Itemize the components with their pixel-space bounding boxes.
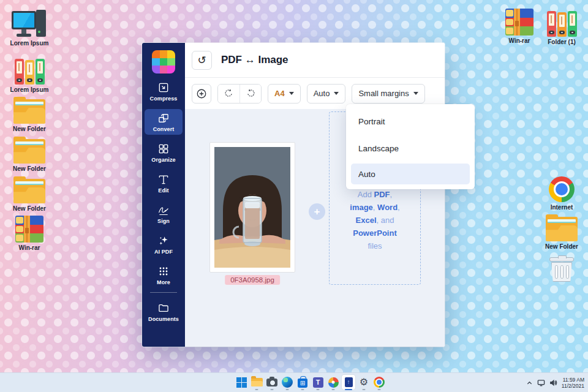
tray-chevron-up-icon[interactable] <box>526 380 533 386</box>
desktop-icon-binders[interactable]: Lorem Ipsum <box>9 56 50 93</box>
desktop-icon-label: Lorem Ipsum <box>9 86 50 93</box>
desktop-icon-label: New Folder <box>541 243 582 250</box>
insert-page-button[interactable]: + <box>309 203 325 220</box>
sidebar-item-label: Convert <box>153 126 175 132</box>
sidebar-item-organize[interactable]: Organize <box>145 140 183 165</box>
sidebar-item-convert[interactable]: Convert <box>145 109 183 135</box>
binders-icon <box>9 56 50 85</box>
taskbar-icons: T ⚙ <box>235 375 386 390</box>
winrar-icon <box>499 7 540 36</box>
menu-option-auto-selected[interactable]: Auto <box>351 164 470 184</box>
rotate-left-button[interactable] <box>218 85 239 103</box>
sidebar-item-ai-pdf[interactable]: AI PDF <box>145 232 183 257</box>
chrome-icon <box>374 377 385 388</box>
app-logo[interactable] <box>152 50 175 74</box>
menu-option-portrait[interactable]: Portrait <box>346 108 475 135</box>
desktop-icon-this-pc[interactable]: Lorem Ipsum <box>9 10 50 47</box>
add-file-button[interactable] <box>192 84 211 104</box>
chevron-down-icon <box>289 92 294 95</box>
pdf-app-button[interactable] <box>342 375 355 390</box>
folder-icon <box>541 213 582 241</box>
camera-icon <box>266 379 277 386</box>
desktop-background: Lorem Ipsum Lorem Ipsum New Folder New F… <box>0 0 588 392</box>
sidebar-item-label: Compress <box>150 96 178 102</box>
add-files-text: Add PDF, image, Word, Excel, and PowerPo… <box>330 188 420 252</box>
app-sidebar: Compress Convert Organize <box>142 43 185 347</box>
rotate-right-button[interactable] <box>239 85 261 103</box>
page-size-dropdown[interactable]: A4 <box>268 84 301 104</box>
desktop-icon-winrar-top[interactable]: Win-rar <box>499 7 540 44</box>
sidebar-item-label: Edit <box>158 187 168 194</box>
desktop-icon-new-folder-2[interactable]: New Folder <box>9 135 50 172</box>
orientation-dropdown[interactable]: Auto <box>307 84 346 104</box>
menu-option-landscape[interactable]: Landscape <box>346 135 475 162</box>
computer-icon <box>9 10 50 38</box>
desktop-icon-label: Win-rar <box>499 37 540 44</box>
clock-date: 11/2/2021 <box>562 383 584 389</box>
settings-button[interactable]: ⚙ <box>357 375 371 390</box>
desktop-icon-internet[interactable]: Internet <box>541 174 582 211</box>
winrar-icon <box>9 214 50 243</box>
sidebar-item-label: More <box>157 279 170 285</box>
plus-icon: + <box>314 206 320 218</box>
sidebar-item-edit[interactable]: Edit <box>145 170 183 196</box>
rotate-left-icon <box>224 88 234 99</box>
trash-icon <box>541 255 582 283</box>
page-thumbnail[interactable] <box>209 142 295 273</box>
edge-button[interactable] <box>281 375 294 390</box>
desktop-icon-new-folder-3[interactable]: New Folder <box>9 175 50 212</box>
tray-speaker-icon[interactable] <box>549 379 557 386</box>
app-header: ↺ PDF ↔ Image <box>185 43 445 78</box>
edge-icon <box>282 377 293 388</box>
desktop-icon-label: Folder (1) <box>541 39 582 45</box>
sidebar-item-documents[interactable]: Documents <box>145 299 183 325</box>
desktop-icon-new-folder-right[interactable]: New Folder <box>541 213 582 250</box>
folder-icon <box>9 96 50 124</box>
pdf-app-window: Compress Convert Organize <box>142 43 445 347</box>
desktop-icon-folder-1[interactable]: Folder (1) <box>541 9 582 45</box>
undo-back-button[interactable]: ↺ <box>192 51 212 70</box>
page-title: PDF ↔ Image <box>221 54 288 66</box>
undo-icon: ↺ <box>197 54 206 67</box>
organize-icon <box>157 143 170 155</box>
folder-icon <box>9 135 50 164</box>
camera-button[interactable] <box>265 375 279 390</box>
desktop-icon-new-folder-1[interactable]: New Folder <box>9 96 50 132</box>
orientation-value: Auto <box>314 89 330 98</box>
photo-woman-glass <box>214 147 290 268</box>
teams-button[interactable]: T <box>311 375 325 390</box>
explorer-icon <box>251 378 263 386</box>
sidebar-item-label: Organize <box>151 157 175 163</box>
sidebar-item-compress[interactable]: Compress <box>145 78 183 104</box>
photos-button[interactable] <box>326 375 340 390</box>
chrome-button[interactable] <box>372 375 386 390</box>
sidebar-item-sign[interactable]: Sign <box>145 201 183 227</box>
taskbar-clock[interactable]: 11:59 AM 11/2/2021 <box>562 377 584 389</box>
start-button[interactable] <box>235 375 248 390</box>
teams-icon: T <box>313 377 323 388</box>
desktop-icon-recycle-bin[interactable] <box>541 255 582 283</box>
documents-folder-icon <box>157 302 170 314</box>
desktop-icon-label: Win-rar <box>9 244 50 251</box>
edit-text-icon <box>157 173 170 186</box>
circle-plus-icon <box>196 88 207 99</box>
orientation-menu: Portrait Landscape Auto <box>346 104 475 189</box>
compress-icon <box>157 81 170 94</box>
taskbar: T ⚙ 11:59 AM 11/2/2021 <box>0 372 588 392</box>
store-button[interactable] <box>296 375 309 390</box>
desktop-icon-winrar-left[interactable]: Win-rar <box>9 214 50 251</box>
sidebar-item-label: Documents <box>148 316 179 322</box>
signature-icon <box>157 204 170 216</box>
sidebar-item-more[interactable]: More <box>145 262 183 288</box>
file-explorer-button[interactable] <box>250 375 263 390</box>
gear-icon: ⚙ <box>360 377 368 387</box>
chrome-icon <box>541 174 582 202</box>
desktop-icon-label: Lorem Ipsum <box>9 40 50 47</box>
tray-display-icon[interactable] <box>537 379 545 386</box>
windows-logo-icon <box>236 377 247 388</box>
convert-icon <box>157 112 170 124</box>
file-name-badge: 0F3A0958.jpg <box>225 275 280 285</box>
photos-icon <box>328 377 339 388</box>
store-icon <box>298 379 307 388</box>
margins-dropdown[interactable]: Small margins <box>352 84 424 104</box>
